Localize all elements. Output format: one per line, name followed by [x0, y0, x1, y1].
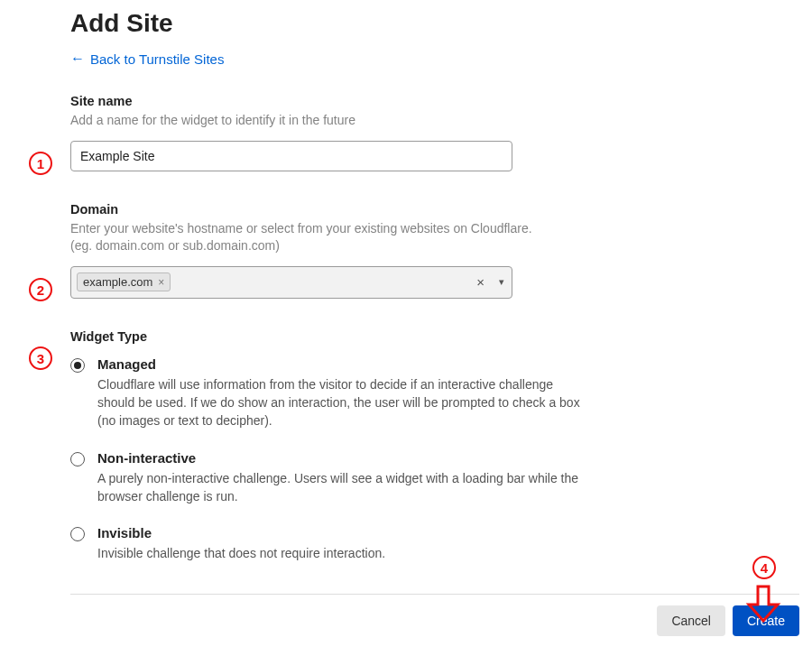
radio-desc: Invisible challenge that does not requir…: [97, 544, 585, 562]
footer-actions: Cancel Create: [70, 605, 799, 636]
radio-desc: Cloudflare will use information from the…: [97, 375, 585, 430]
annotation-arrow-icon: [745, 585, 781, 623]
radio-desc: A purely non-interactive challenge. User…: [97, 469, 585, 506]
radio-option-invisible[interactable]: Invisible Invisible challenge that does …: [70, 525, 585, 562]
widget-type-radio-group: Managed Cloudflare will use information …: [70, 356, 794, 563]
cancel-button[interactable]: Cancel: [657, 605, 725, 636]
domain-hint: Enter your website's hostname or select …: [70, 220, 540, 255]
chevron-down-icon[interactable]: ▾: [499, 276, 504, 288]
clear-icon[interactable]: ×: [476, 274, 484, 290]
radio-icon[interactable]: [70, 527, 85, 541]
page-title: Add Site: [70, 9, 794, 38]
domain-chip[interactable]: example.com ×: [77, 272, 171, 291]
radio-title: Non-interactive: [97, 450, 585, 466]
radio-icon[interactable]: [70, 358, 85, 373]
site-name-hint: Add a name for the widget to identify it…: [70, 112, 540, 130]
chip-remove-icon[interactable]: ×: [158, 276, 164, 289]
annotation-step-1: 1: [29, 152, 52, 175]
annotation-step-3: 3: [29, 346, 52, 370]
radio-title: Invisible: [97, 525, 585, 540]
widget-type-label: Widget Type: [70, 329, 794, 344]
arrow-left-icon: ←: [70, 51, 85, 67]
annotation-step-2: 2: [29, 278, 52, 301]
back-link-label: Back to Turnstile Sites: [90, 51, 224, 67]
annotation-step-4: 4: [752, 556, 776, 579]
domain-chip-label: example.com: [83, 275, 152, 289]
radio-option-managed[interactable]: Managed Cloudflare will use information …: [70, 356, 585, 430]
domain-label: Domain: [70, 202, 794, 217]
radio-icon[interactable]: [70, 452, 85, 466]
domain-input[interactable]: example.com × × ▾: [70, 266, 512, 299]
site-name-input[interactable]: [70, 141, 512, 171]
divider: [70, 594, 799, 595]
radio-option-noninteractive[interactable]: Non-interactive A purely non-interactive…: [70, 450, 585, 506]
back-link[interactable]: ← Back to Turnstile Sites: [70, 51, 224, 67]
radio-title: Managed: [97, 356, 585, 372]
site-name-label: Site name: [70, 94, 794, 108]
